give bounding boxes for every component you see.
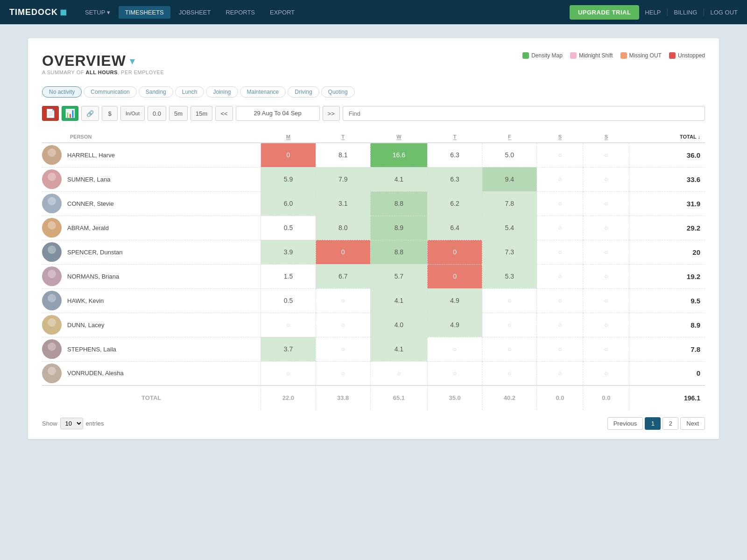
filter-tab-lunch[interactable]: Lunch xyxy=(175,86,204,98)
next-week-button[interactable]: >> xyxy=(323,106,340,121)
day-cell[interactable]: 6.4 xyxy=(427,216,482,240)
day-cell[interactable]: 4.1 xyxy=(370,167,427,191)
day-cell[interactable]: 6.0 xyxy=(261,191,316,216)
day-cell[interactable]: ○ xyxy=(537,337,583,361)
find-input[interactable] xyxy=(343,106,705,121)
day-cell[interactable]: ○ xyxy=(316,337,370,361)
day-cell[interactable]: ○ xyxy=(316,288,370,313)
day-cell[interactable]: 4.9 xyxy=(427,313,482,337)
day-cell[interactable]: 16.6 xyxy=(370,143,427,167)
day-cell[interactable]: ○ xyxy=(537,313,583,337)
day-cell[interactable]: 7.3 xyxy=(482,240,537,264)
day-cell[interactable]: ○ xyxy=(583,264,629,288)
nav-timesheets[interactable]: TIMESHEETS xyxy=(119,6,170,19)
previous-button[interactable]: Previous xyxy=(607,417,643,430)
filter-tab-quoting[interactable]: Quoting xyxy=(321,86,355,98)
day-cell[interactable]: ○ xyxy=(583,361,629,385)
day-cell[interactable]: 6.7 xyxy=(316,264,370,288)
page-2[interactable]: 2 xyxy=(662,417,678,430)
day-cell[interactable]: 5.7 xyxy=(370,264,427,288)
day-cell[interactable]: ○ xyxy=(370,361,427,385)
day-cell[interactable]: ○ xyxy=(427,361,482,385)
person-cell[interactable]: ABRAM, Jerald xyxy=(42,216,261,240)
page-1[interactable]: 1 xyxy=(645,417,661,430)
day-cell[interactable]: 8.8 xyxy=(370,240,427,264)
day-cell[interactable]: ○ xyxy=(583,313,629,337)
person-cell[interactable]: VONRUDEN, Alesha xyxy=(42,361,261,385)
day-cell[interactable]: 6.3 xyxy=(427,167,482,191)
filter-tab-driving[interactable]: Driving xyxy=(288,86,319,98)
filter-tab-sanding[interactable]: Sanding xyxy=(139,86,173,98)
day-cell[interactable]: ○ xyxy=(537,240,583,264)
day-cell[interactable]: ○ xyxy=(482,288,537,313)
day-cell[interactable]: 9.4 xyxy=(482,167,537,191)
prev-week-button[interactable]: << xyxy=(215,106,233,121)
person-cell[interactable]: SUMNER, Lana xyxy=(42,167,261,191)
day-cell[interactable]: 3.1 xyxy=(316,191,370,216)
day-cell[interactable]: 7.9 xyxy=(316,167,370,191)
day-cell[interactable]: ○ xyxy=(537,288,583,313)
filter-tab-communication[interactable]: Communication xyxy=(84,86,136,98)
day-cell[interactable]: 4.1 xyxy=(370,337,427,361)
person-cell[interactable]: STEPHENS, Laila xyxy=(42,337,261,361)
day-cell[interactable]: ○ xyxy=(583,288,629,313)
in-out-button[interactable]: In/Out xyxy=(120,106,145,121)
day-cell[interactable]: 7.8 xyxy=(482,191,537,216)
dollar-button[interactable]: $ xyxy=(102,106,118,121)
day-cell[interactable]: 5.3 xyxy=(482,264,537,288)
day-cell[interactable]: 0 xyxy=(427,264,482,288)
person-cell[interactable]: HAWK, Kevin xyxy=(42,288,261,313)
day-cell[interactable]: ○ xyxy=(583,191,629,216)
upgrade-trial-button[interactable]: UPGRADE TRIAL xyxy=(570,5,639,20)
day-cell[interactable]: 0 xyxy=(261,143,316,167)
day-cell[interactable]: ○ xyxy=(261,361,316,385)
day-cell[interactable]: 0.5 xyxy=(261,216,316,240)
person-cell[interactable]: HARRELL, Harve xyxy=(42,143,261,167)
day-cell[interactable]: ○ xyxy=(537,216,583,240)
day-cell[interactable]: ○ xyxy=(261,313,316,337)
fifteen-min-button[interactable]: 15m xyxy=(190,106,212,121)
day-cell[interactable]: 8.9 xyxy=(370,216,427,240)
day-cell[interactable]: 6.2 xyxy=(427,191,482,216)
day-cell[interactable]: ○ xyxy=(583,143,629,167)
day-cell[interactable]: 5.9 xyxy=(261,167,316,191)
day-cell[interactable]: ○ xyxy=(427,337,482,361)
day-cell[interactable]: ○ xyxy=(316,313,370,337)
nav-help[interactable]: HELP xyxy=(645,9,661,16)
day-cell[interactable]: 8.1 xyxy=(316,143,370,167)
day-cell[interactable]: 8.8 xyxy=(370,191,427,216)
filter-tab-joining[interactable]: Joining xyxy=(206,86,238,98)
day-cell[interactable]: ○ xyxy=(316,361,370,385)
nav-billing[interactable]: BILLING xyxy=(674,9,697,16)
day-cell[interactable]: ○ xyxy=(583,337,629,361)
day-cell[interactable]: 3.9 xyxy=(261,240,316,264)
day-cell[interactable]: ○ xyxy=(583,240,629,264)
pdf-button[interactable]: 📄 xyxy=(42,106,59,121)
day-cell[interactable]: ○ xyxy=(537,167,583,191)
day-cell[interactable]: ○ xyxy=(537,191,583,216)
nav-setup[interactable]: SETUP ▾ xyxy=(78,6,117,19)
day-cell[interactable]: 0.5 xyxy=(261,288,316,313)
day-cell[interactable]: 4.1 xyxy=(370,288,427,313)
person-cell[interactable]: NORMANS, Briana xyxy=(42,264,261,288)
day-cell[interactable]: 4.9 xyxy=(427,288,482,313)
excel-button[interactable]: 📊 xyxy=(62,106,78,121)
nav-jobsheet[interactable]: JOBSHEET xyxy=(172,6,218,19)
day-cell[interactable]: ○ xyxy=(482,361,537,385)
overview-dropdown-icon[interactable]: ▾ xyxy=(130,56,135,67)
day-cell[interactable]: ○ xyxy=(537,143,583,167)
day-cell[interactable]: ○ xyxy=(583,167,629,191)
entries-select[interactable]: 10 25 50 xyxy=(60,418,83,429)
day-cell[interactable]: ○ xyxy=(482,313,537,337)
filter-tab-no-activity[interactable]: No activity xyxy=(42,86,82,98)
day-cell[interactable]: 6.3 xyxy=(427,143,482,167)
link-button[interactable]: 🔗 xyxy=(81,106,99,121)
day-cell[interactable]: ○ xyxy=(537,264,583,288)
day-cell[interactable]: 0 xyxy=(427,240,482,264)
person-cell[interactable]: SPENCER, Dunstan xyxy=(42,240,261,264)
next-button[interactable]: Next xyxy=(680,417,705,430)
day-cell[interactable]: 4.0 xyxy=(370,313,427,337)
day-cell[interactable]: ○ xyxy=(583,216,629,240)
day-cell[interactable]: ○ xyxy=(537,361,583,385)
day-cell[interactable]: 3.7 xyxy=(261,337,316,361)
